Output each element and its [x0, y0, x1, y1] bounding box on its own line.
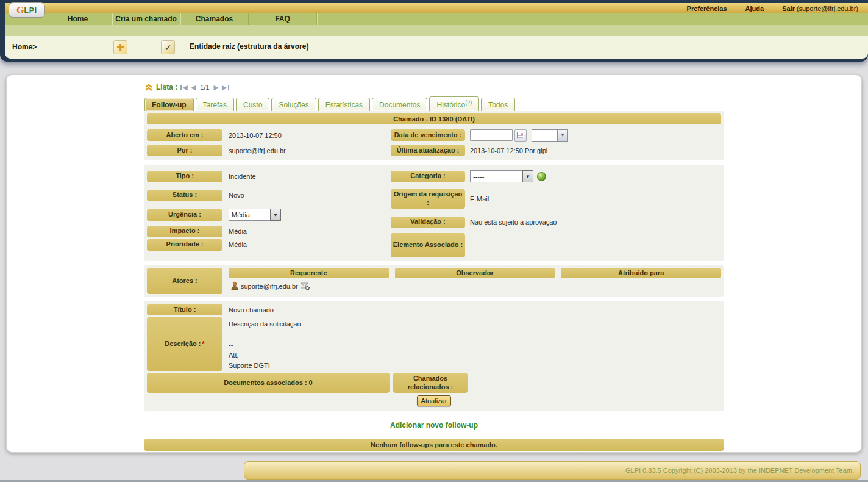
title-value: Novo chamado [222, 306, 391, 314]
classification-block: Tipo : Incidente Status : Novo Urgência … [144, 165, 724, 261]
help-link[interactable]: Ajuda [745, 5, 764, 12]
chevron-down-icon: ▼ [522, 170, 533, 182]
opened-by-label: Por : [147, 145, 222, 156]
main-panel: Lista : ◀ ◀ 1/1 ▶ ▶ Follow-up Tarefas Cu… [6, 74, 862, 453]
breadcrumb-bar: Home> ✚ ✓ Entidade raiz (estrutura da ár… [5, 36, 868, 59]
opened-at-label: Aberto em : [147, 129, 222, 141]
menu-item-faq[interactable]: FAQ [249, 13, 317, 25]
last-update-value: 2013-10-07 12:50 Por glpi [465, 147, 721, 154]
tab-followup[interactable]: Follow-up [144, 98, 194, 111]
tab-documentos[interactable]: Documentos [372, 98, 427, 111]
tab-estatisticas[interactable]: Estatísticas [318, 98, 370, 111]
expand-chevron-icon[interactable] [144, 84, 153, 91]
required-asterisk: * [202, 340, 205, 348]
browse-tree-icon[interactable] [537, 172, 546, 181]
first-page-icon[interactable]: ◀ [180, 84, 187, 92]
title-label: Título : [147, 304, 222, 315]
impact-value: Média [222, 228, 391, 235]
category-label: Categoria : [391, 171, 465, 182]
urgency-label: Urgência : [147, 209, 222, 221]
requester-value: suporte@ifrj.edu.br [241, 282, 298, 290]
actors-block: Atores : Requerente Observador Atribuido… [144, 265, 724, 297]
last-update-label: Última atualização : [391, 145, 465, 156]
email-followup-icon [301, 282, 311, 290]
requester-column-header: Requerente [229, 268, 389, 278]
content-block: Título : Novo chamado Descrição :* Descr… [144, 301, 724, 411]
no-followups-message: Nenhum follow-ups para este chamado. [144, 439, 724, 451]
menu-item-home[interactable]: Home [44, 13, 112, 25]
ticket-title-bar: Chamado - ID 1380 (DATI) [147, 113, 721, 124]
category-value: ----- [470, 170, 522, 182]
preferences-link[interactable]: Preferências [687, 5, 727, 12]
ticket-header-block: Chamado - ID 1380 (DATI) Aberto em : 201… [144, 111, 724, 160]
main-menu: Home Cria um chamado Chamados FAQ [5, 13, 868, 25]
footer-bar: GLPI 0.83.5 Copyright (C) 2003-2013 by t… [244, 461, 861, 480]
due-time-select[interactable]: ▼ [532, 129, 568, 142]
header: Preferências Ajuda Sair(suporte@ifrj.edu… [0, 0, 868, 62]
breadcrumb[interactable]: Home> [12, 36, 37, 59]
due-date-input[interactable] [470, 129, 513, 141]
tab-custo[interactable]: Custo [236, 98, 269, 111]
logout-link[interactable]: Sair(suporte@ifrj.edu.br) [782, 5, 858, 12]
assigned-column-header: Atribuido para [561, 268, 721, 278]
copyright-text: GLPI 0.83.5 Copyright (C) 2003-2013 by t… [625, 467, 854, 474]
validation-value: Não está sujeito a aprovação [465, 218, 721, 226]
logged-user: (suporte@ifrj.edu.br) [797, 5, 858, 12]
request-source-value: E-Mail [465, 195, 721, 203]
impact-label: Impacto : [147, 226, 222, 237]
actors-label: Atores : [147, 268, 222, 294]
checkmark-icon[interactable]: ✓ [161, 40, 175, 54]
chevron-down-icon: ▼ [557, 129, 568, 142]
next-page-icon[interactable]: ▶ [214, 84, 219, 92]
menu-item-tickets[interactable]: Chamados [180, 13, 249, 25]
tab-bar: Follow-up Tarefas Custo Soluções Estatís… [144, 96, 724, 111]
related-tickets-label: Chamados relacionados : [393, 373, 468, 393]
top-utility-bar: Preferências Ajuda Sair(suporte@ifrj.edu… [5, 3, 868, 13]
description-label: Descrição :* [147, 317, 222, 371]
opened-by-value: suporte@ifrj.edu.br [222, 147, 391, 154]
tab-historico[interactable]: Histórico(2) [429, 96, 479, 111]
list-link[interactable]: Lista : [156, 83, 177, 92]
tab-solucoes[interactable]: Soluções [271, 98, 316, 111]
observer-column-header: Observador [395, 268, 555, 278]
opened-at-value: 2013-10-07 12:50 [222, 132, 391, 139]
page-indicator: 1/1 [200, 84, 209, 91]
menu-item-create-ticket[interactable]: Cria um chamado [112, 13, 180, 25]
description-value: Descrição da solicitação. -- Att, Suport… [222, 317, 721, 371]
prev-page-icon[interactable]: ◀ [191, 84, 196, 92]
calendar-icon[interactable] [514, 129, 527, 142]
last-page-icon[interactable]: ▶ [222, 84, 229, 92]
add-followup-link[interactable]: Adicionar novo follow-up [390, 421, 478, 430]
tab-tarefas[interactable]: Tarefas [196, 98, 234, 111]
user-icon [231, 282, 238, 290]
tab-todos[interactable]: Todos [481, 98, 515, 111]
add-icon[interactable]: ✚ [113, 40, 127, 54]
status-label: Status : [147, 190, 222, 201]
entity-selector[interactable]: Entidade raiz (estrutura da árvore) [182, 36, 316, 59]
due-date-label: Data de vencimento : [391, 129, 465, 141]
logo-text: G [16, 5, 24, 16]
bottom-strip [0, 480, 868, 482]
type-label: Tipo : [147, 171, 222, 182]
associated-element-label: Elemento Associado : [391, 233, 465, 257]
status-value: Novo [222, 192, 391, 199]
category-select[interactable]: ----- ▼ [470, 170, 533, 182]
priority-label: Prioridade : [147, 239, 222, 251]
type-value: Incidente [222, 173, 391, 180]
chevron-down-icon: ▼ [270, 209, 281, 221]
validation-label: Validação : [391, 217, 465, 228]
glpi-logo[interactable]: GLPI [9, 2, 45, 18]
request-source-label: Origem da requisição : [391, 189, 465, 209]
add-followup-row: Adicionar novo follow-up [144, 421, 724, 430]
urgency-value: Média [229, 209, 270, 221]
associated-documents-bar: Documentos associados : 0 [147, 373, 390, 393]
urgency-select[interactable]: Média ▼ [229, 209, 281, 221]
list-navigation: Lista : ◀ ◀ 1/1 ▶ ▶ [144, 82, 724, 93]
update-button[interactable]: Atualizar [417, 395, 452, 406]
priority-value: Média [222, 241, 391, 248]
sub-menu-bar [5, 25, 868, 36]
